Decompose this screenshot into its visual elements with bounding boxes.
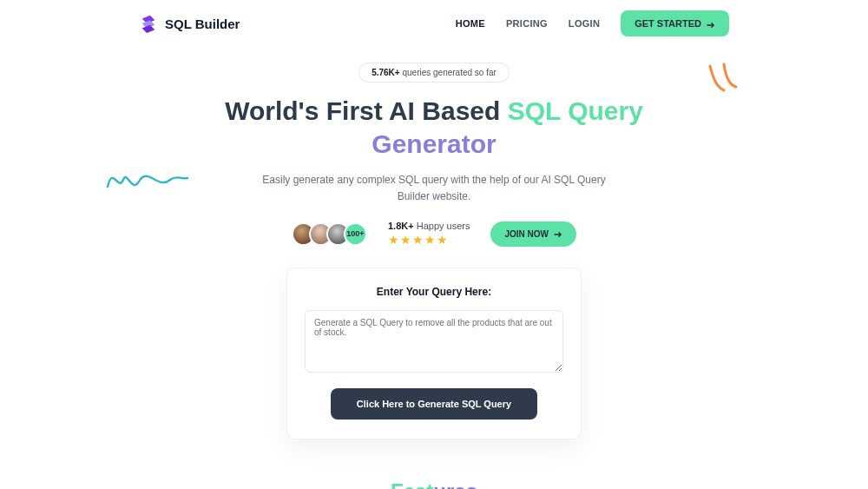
nav-link-pricing[interactable]: PRICING xyxy=(506,18,548,29)
nav-link-home[interactable]: HOME xyxy=(456,18,485,29)
hero-section: 5.76K+ queries generated so far World's … xyxy=(0,47,868,439)
hero-headline: World's First AI Based SQL Query Generat… xyxy=(0,95,868,160)
social-proof-row: 100+ 1.8K+ Happy users ★★★★★ JOIN NOW xyxy=(0,221,868,247)
headline-part2: SQL Query xyxy=(508,96,643,125)
avatar-more-badge: 100+ xyxy=(344,222,367,246)
happy-users: 1.8K+ Happy users ★★★★★ xyxy=(388,221,470,247)
generate-query-button[interactable]: Click Here to Generate SQL Query xyxy=(331,388,537,420)
top-nav: SQL Builder HOME PRICING LOGIN GET START… xyxy=(0,0,868,47)
features-title-part1: Feat xyxy=(391,479,433,489)
arrow-right-icon xyxy=(707,20,715,27)
stats-pill-rest: queries generated so far xyxy=(400,68,496,77)
join-now-label: JOIN NOW xyxy=(504,229,549,239)
stats-pill: 5.76K+ queries generated so far xyxy=(358,63,510,83)
features-title: Features xyxy=(0,479,868,489)
decorative-squiggle-left-icon xyxy=(104,161,191,195)
query-card: Enter Your Query Here: Click Here to Gen… xyxy=(286,268,582,439)
stats-pill-count: 5.76K+ xyxy=(372,68,400,77)
brand-name: SQL Builder xyxy=(165,17,240,31)
avatar-stack: 100+ xyxy=(292,222,367,246)
headline-part1: World's First AI Based xyxy=(225,96,508,125)
headline-part3: Generator xyxy=(372,129,496,158)
brand-logo-icon xyxy=(139,14,158,33)
star-rating-icon: ★★★★★ xyxy=(388,233,470,247)
features-title-part2: ures xyxy=(433,479,477,489)
brand[interactable]: SQL Builder xyxy=(139,14,240,33)
query-card-title: Enter Your Query Here: xyxy=(305,286,563,298)
get-started-button[interactable]: GET STARTED xyxy=(621,10,729,36)
happy-users-text: 1.8K+ Happy users xyxy=(388,221,470,231)
happy-rest: Happy users xyxy=(414,221,470,231)
happy-count: 1.8K+ xyxy=(388,221,414,231)
join-now-button[interactable]: JOIN NOW xyxy=(490,221,576,247)
nav-links: HOME PRICING LOGIN GET STARTED xyxy=(456,10,729,36)
subhead-line2: Builder website. xyxy=(398,190,471,202)
decorative-squiggle-right-icon xyxy=(705,61,740,96)
nav-link-login[interactable]: LOGIN xyxy=(569,18,600,29)
query-input[interactable] xyxy=(305,310,563,373)
arrow-right-icon xyxy=(554,230,562,237)
subhead-line1: Easily generate any complex SQL query wi… xyxy=(262,174,605,186)
get-started-label: GET STARTED xyxy=(635,18,701,29)
features-section: Features Here are some incredible featur… xyxy=(0,479,868,489)
